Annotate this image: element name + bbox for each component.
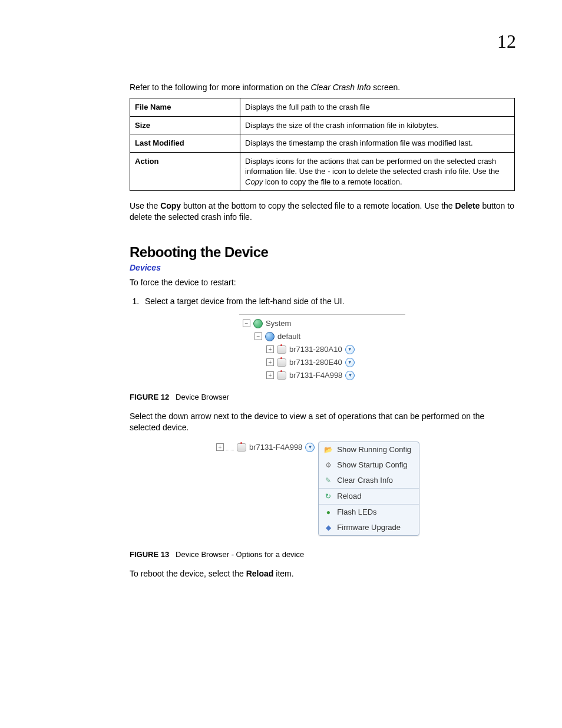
collapse-icon[interactable] [243,319,250,327]
menu-item-flash-leds[interactable]: ● Flash LEDs [319,504,419,520]
page-number: 12 [497,31,516,52]
term-file-name: File Name [130,98,240,117]
tree-node-device[interactable]: br7131-280E40 [243,356,402,369]
tree-label-system: System [266,319,291,328]
table-row: Action Displays icons for the actions th… [130,152,515,191]
menu-item-reload[interactable]: ↻ Reload [319,488,419,504]
figure-label: FIGURE 13 [130,550,169,559]
tree-node-default[interactable]: default [243,330,402,343]
device-icon [237,443,246,452]
expand-icon[interactable] [266,371,274,379]
dropdown-instruction: Select the down arrow next to the device… [130,411,515,433]
gear-icon: ⚙ [323,460,333,470]
figure-text: Device Browser [176,393,229,401]
tree-label-default: default [277,332,300,341]
desc-action-post: icon to copy the file to a remote locati… [263,177,402,186]
menu-label: Reload [337,492,361,500]
text: Use the [130,201,160,210]
figure-label: FIGURE 12 [130,393,169,401]
upgrade-icon: ◆ [323,523,333,532]
expand-icon[interactable] [216,443,224,451]
text: button at the bottom to copy the selecte… [181,201,455,210]
desc-action-pre: Displays icons for the actions that can … [245,157,499,176]
reboot-instruction: To reboot the device, select the Reload … [130,568,515,579]
step-1: Select a target device from the left-han… [141,297,515,306]
tree-node-device[interactable]: br7131-F4A998 [243,369,402,382]
desc-last-modified: Displays the timestamp the crash informa… [240,134,515,153]
section-heading-rebooting: Rebooting the Device [130,244,515,261]
device-options-figure: br7131-F4A998 📂 Show Running Config ⚙ Sh… [216,442,428,536]
intro-suffix: screen. [371,83,400,92]
figure-text: Device Browser - Options for a device [176,550,304,559]
desc-action-italic: Copy [245,177,263,186]
text: item. [273,569,293,578]
device-icon [277,345,286,354]
table-row: File Name Displays the full path to the … [130,98,515,117]
reload-bold: Reload [246,569,274,578]
tree-label-device: br7131-F4A998 [249,443,302,452]
breadcrumb[interactable]: Devices [130,263,515,272]
table-row: Last Modified Displays the timestamp the… [130,134,515,153]
desc-size: Displays the size of the crash informati… [240,116,515,134]
desc-file-name: Displays the full path to the crash file [240,98,515,117]
menu-label: Firmware Upgrade [337,523,401,532]
brush-icon: ✎ [323,476,333,485]
reload-icon: ↻ [323,492,333,501]
chevron-down-icon[interactable] [345,345,355,354]
definitions-table: File Name Displays the full path to the … [130,98,515,191]
steps-list: Select a target device from the left-han… [130,297,515,306]
figure-12-caption: FIGURE 12 Device Browser [130,393,515,401]
desc-action: Displays icons for the actions that can … [240,152,515,191]
tree-node-device[interactable]: br7131-280A10 [243,343,402,356]
term-last-modified: Last Modified [130,134,240,153]
chevron-down-icon[interactable] [305,443,315,452]
expand-icon[interactable] [266,358,274,366]
chevron-down-icon[interactable] [345,358,355,367]
device-context-menu: 📂 Show Running Config ⚙ Show Startup Con… [318,442,419,536]
device-icon [277,371,286,380]
menu-item-firmware-upgrade[interactable]: ◆ Firmware Upgrade [319,520,419,535]
collapse-icon[interactable] [254,332,262,340]
globe-icon [265,332,275,341]
menu-item-show-startup-config[interactable]: ⚙ Show Startup Config [319,457,419,473]
text: To reboot the device, select the [130,569,246,578]
restart-intro: To force the device to restart: [130,277,515,288]
menu-item-show-running-config[interactable]: 📂 Show Running Config [319,442,419,457]
copy-delete-paragraph: Use the Copy button at the bottom to cop… [130,200,515,223]
tree-label-device: br7131-F4A998 [289,371,342,380]
intro-prefix: Refer to the following for more informat… [130,83,310,92]
device-tree-figure: System default br7131-280A10 br7131-280E… [239,314,405,382]
delete-bold: Delete [455,201,480,210]
intro-paragraph: Refer to the following for more informat… [130,83,515,92]
device-icon [277,358,286,367]
folder-icon: 📂 [323,445,333,454]
figure-13-caption: FIGURE 13 Device Browser - Options for a… [130,550,515,559]
tree-node-system[interactable]: System [243,317,402,330]
term-action: Action [130,152,240,191]
menu-label: Show Startup Config [337,460,407,469]
menu-label: Flash LEDs [337,508,376,516]
term-size: Size [130,116,240,134]
menu-label: Show Running Config [337,445,411,454]
menu-label: Clear Crash Info [337,476,393,485]
tree-connector [226,450,234,450]
copy-bold: Copy [160,201,181,210]
tree-label-device: br7131-280E40 [289,358,342,367]
led-icon: ● [323,508,333,517]
table-row: Size Displays the size of the crash info… [130,116,515,134]
intro-italic: Clear Crash Info [310,83,371,92]
globe-icon [253,319,263,328]
menu-item-clear-crash-info[interactable]: ✎ Clear Crash Info [319,473,419,488]
tree-label-device: br7131-280A10 [289,345,342,354]
expand-icon[interactable] [266,345,274,353]
chevron-down-icon[interactable] [345,371,355,380]
tree-node-device[interactable]: br7131-F4A998 [216,442,315,452]
